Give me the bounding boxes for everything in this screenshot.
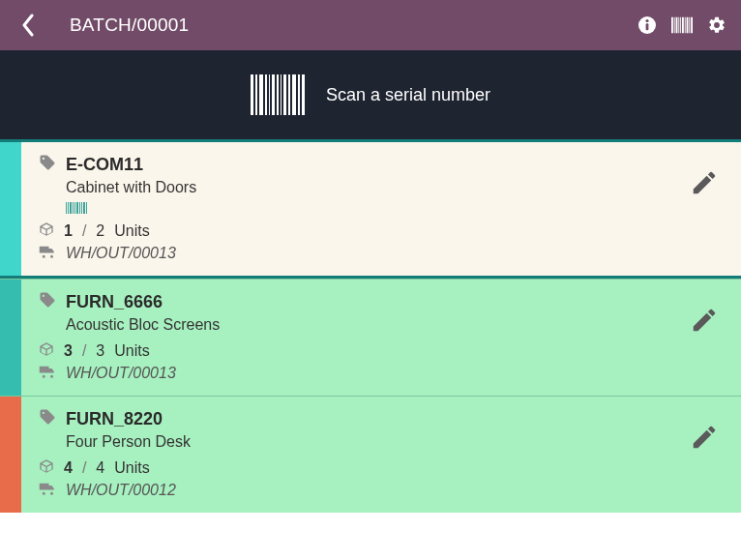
svg-rect-26 [66,202,67,214]
status-rail [0,142,21,276]
svg-rect-5 [676,17,678,34]
qty-separator: / [82,222,86,240]
qty-done: 4 [64,459,73,477]
tag-icon [39,154,56,175]
svg-rect-2 [646,23,649,30]
svg-rect-25 [302,74,305,115]
tag-icon [39,291,56,312]
edit-line-button[interactable] [685,301,724,339]
app-header: BATCH/00001 [0,0,741,50]
operation-card: FURN_8220 Four Person Desk 4 / 4 Units W… [21,397,741,513]
tag-icon [39,408,56,429]
svg-rect-6 [678,17,679,34]
svg-rect-29 [73,202,74,214]
qty-done: 1 [64,222,73,240]
svg-rect-31 [76,202,78,214]
svg-rect-18 [272,74,275,115]
truck-icon [39,482,56,499]
truck-icon [39,245,56,262]
info-icon [637,15,657,35]
product-name: Acoustic Bloc Screens [66,316,724,334]
scan-prompt-bar[interactable]: Scan a serial number [0,50,741,139]
barcode-button[interactable] [671,15,693,36]
svg-rect-4 [674,17,675,34]
product-sku: E-COM11 [66,155,143,175]
qty-uom: Units [114,459,149,477]
picking-name: WH/OUT/00013 [66,365,176,382]
operation-card: E-COM11 Cabinet with Doors 1 / [21,142,741,276]
status-rail [0,397,21,513]
product-sku: FURN_6666 [66,292,163,312]
operation-line[interactable]: FURN_6666 Acoustic Bloc Screens 3 / 3 Un… [0,279,741,396]
svg-rect-19 [277,74,279,115]
barcode-icon [671,16,693,34]
gear-icon [707,15,726,35]
svg-rect-34 [83,202,85,214]
info-button[interactable] [637,15,658,36]
svg-rect-20 [281,74,282,115]
pencil-icon [690,168,719,197]
svg-rect-13 [251,74,253,115]
svg-rect-22 [288,74,290,115]
qty-demand: 4 [96,459,104,477]
qty-separator: / [82,459,86,477]
truck-icon [39,365,56,382]
svg-rect-23 [292,74,296,115]
edit-line-button[interactable] [685,163,724,202]
qty-separator: / [82,342,86,360]
status-rail [0,280,21,396]
qty-demand: 3 [96,342,104,360]
svg-rect-10 [687,17,689,34]
svg-rect-30 [74,202,75,214]
svg-rect-17 [269,74,270,115]
pencil-icon [690,423,719,452]
edit-line-button[interactable] [685,418,724,457]
product-name: Cabinet with Doors [66,179,724,196]
back-button[interactable] [14,14,43,37]
header-actions [637,15,727,36]
pencil-icon [690,306,719,335]
operation-line[interactable]: FURN_8220 Four Person Desk 4 / 4 Units W… [0,396,741,513]
svg-rect-8 [682,17,684,34]
svg-rect-33 [81,202,82,214]
svg-point-1 [645,19,648,22]
scan-prompt-text: Scan a serial number [326,85,490,105]
svg-rect-7 [680,17,681,34]
svg-rect-24 [298,74,300,115]
product-sku: FURN_8220 [66,409,163,429]
qty-uom: Units [114,342,149,360]
svg-rect-16 [265,74,267,115]
qty-demand: 2 [96,222,104,240]
svg-rect-27 [68,202,69,214]
svg-rect-35 [86,202,87,214]
cube-icon [39,221,54,241]
qty-done: 3 [64,342,73,360]
operation-line[interactable]: E-COM11 Cabinet with Doors 1 / [0,139,741,279]
settings-button[interactable] [706,15,727,36]
svg-rect-12 [691,17,693,34]
svg-rect-32 [79,202,80,214]
barcode-large-icon [251,74,305,115]
svg-rect-14 [255,74,257,115]
svg-rect-3 [671,17,673,34]
picking-name: WH/OUT/00013 [66,245,176,262]
svg-rect-21 [283,74,286,115]
cube-icon [39,458,54,478]
operation-card: FURN_6666 Acoustic Bloc Screens 3 / 3 Un… [21,280,741,396]
qty-uom: Units [114,222,149,240]
svg-rect-9 [685,17,686,34]
svg-rect-11 [689,17,690,34]
chevron-left-icon [20,14,36,37]
product-name: Four Person Desk [66,433,724,451]
svg-rect-28 [70,202,72,214]
mini-barcode-icon [66,202,724,214]
cube-icon [39,341,54,361]
svg-rect-15 [259,74,263,115]
page-title: BATCH/00001 [70,15,637,36]
picking-name: WH/OUT/00012 [66,482,176,499]
